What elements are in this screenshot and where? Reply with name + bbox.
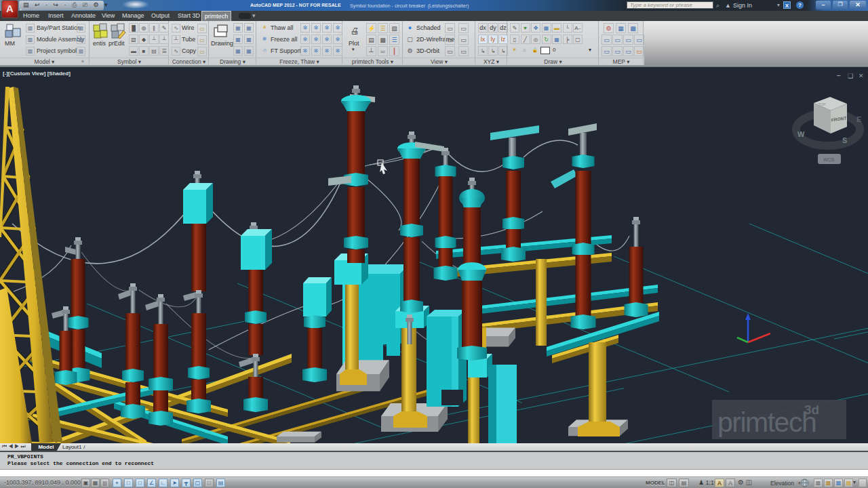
svg-text:[-][Custom View] [Shaded]: [-][Custom View] [Shaded] [3,70,71,77]
svg-text:W: W [797,130,805,138]
svg-text:TOP: TOP [818,102,826,106]
svg-text:S: S [842,136,847,144]
svg-text:❑: ❑ [848,73,853,79]
svg-text:primtech: primtech [717,407,816,438]
svg-text:✕: ✕ [859,73,864,79]
svg-text:E: E [856,115,861,123]
svg-text:–: – [837,72,841,79]
svg-text:3d: 3d [804,403,819,417]
svg-text:WCS: WCS [823,157,835,162]
